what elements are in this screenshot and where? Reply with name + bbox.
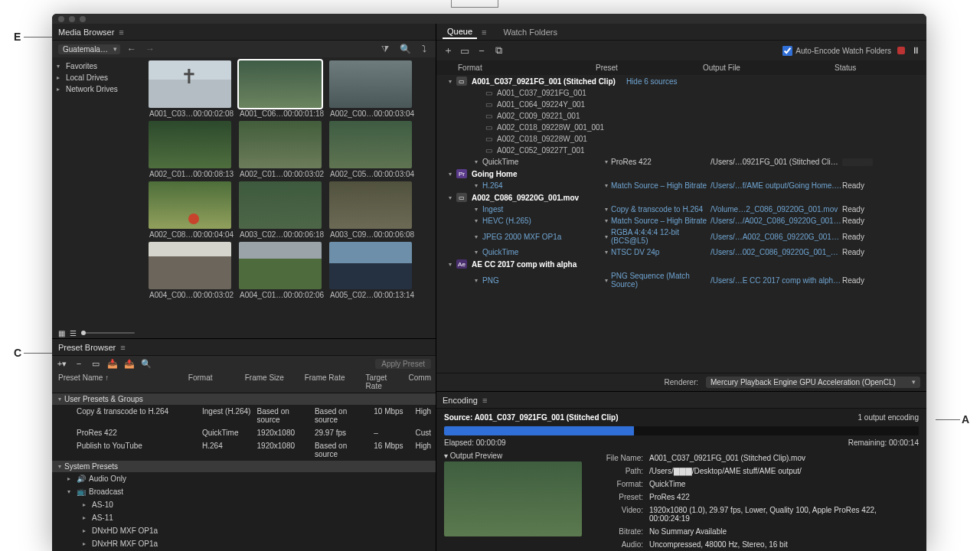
tree-network-drives[interactable]: ▸Network Drives [57,83,141,95]
preset-search-icon[interactable]: 🔍 [141,359,152,369]
export-preset-icon[interactable]: 📤 [124,359,135,369]
queue-output-format[interactable]: PNG [482,276,605,285]
preset-sys-item[interactable]: ▸DNxHD MXF OP1a [52,524,436,537]
queue-source-row[interactable]: ▭A002_C052_09227T_001 [449,145,926,156]
queue-source-row[interactable]: ▭A002_C018_09228W_001_001 [449,122,926,133]
queue-output-format[interactable]: Ingest [482,205,605,214]
preset-group-user[interactable]: ▾ User Presets & Groups [52,393,436,405]
queue-output-file[interactable]: /Users/…E CC 2017 comp with alpha.png [710,276,842,285]
media-thumb[interactable]: A003_C09…00:00:06:08 [329,181,412,239]
zoom-dot[interactable] [80,16,86,22]
list-view-icon[interactable]: ☰ [70,329,77,337]
apply-preset-button[interactable]: Apply Preset [375,359,431,369]
filter-icon[interactable]: ⧩ [378,44,392,54]
queue-source-row[interactable]: ▭A001_C037_0921FG_001 [449,87,926,99]
queue-output-row[interactable]: ▾PNG▾PNG Sequence (Match Source)/Users/…… [449,270,926,290]
queue-output-row[interactable]: ▾QuickTime▾ProRes 422/Users/…0921FG_001 … [449,156,926,168]
queue-item-header[interactable]: ▾PrGoing Home [449,168,926,180]
ingest-icon[interactable]: ⤵ [419,44,430,54]
queue-output-preset[interactable]: RGBA 4:4:4:4 12-bit (BCS@L5) [611,228,710,245]
queue-output-format[interactable]: JPEG 2000 MXF OP1a [482,233,605,241]
nav-forward-icon[interactable]: → [143,44,157,54]
queue-output-format[interactable]: QuickTime [482,158,605,166]
preset-sys-item[interactable]: ▸DNxHR MXF OP1a [52,537,436,550]
tree-favorites[interactable]: ▾Favorites [57,60,141,72]
queue-item-header[interactable]: ▾▭A002_C086_09220G_001.mov [449,191,926,204]
queue-output-row[interactable]: ▾Ingest▾Copy & transcode to H.264/Volume… [449,204,926,215]
output-preview-label[interactable]: ▾ Output Preview [444,452,582,460]
preset-settings-icon[interactable]: ▭ [90,359,101,369]
media-thumb[interactable]: A002_C00…00:00:03:04 [329,60,412,118]
queue-item-header[interactable]: ▾▭A001_C037_0921FG_001 (Stitched Clip)Hi… [449,75,926,87]
queue-output-preset[interactable]: Match Source – High Bitrate [611,217,707,225]
queue-output-file[interactable]: /Volume…2_C086_09220G_001.mov [710,205,842,214]
thumb-size-slider[interactable] [81,332,135,334]
media-thumb[interactable]: A001_C06…00:00:01:18 [239,60,322,118]
duplicate-icon[interactable]: ⧉ [493,44,504,57]
queue-output-preset[interactable]: Copy & transcode to H.264 [611,205,703,214]
media-thumb[interactable]: A002_C01…00:00:08:13 [149,121,231,178]
queue-output-row[interactable]: ▾JPEG 2000 MXF OP1a▾RGBA 4:4:4:4 12-bit … [449,227,926,246]
queue-source-row[interactable]: ▭A002_C009_09221_001 [449,110,926,122]
media-thumb[interactable]: A005_C02…00:00:13:14 [329,242,412,299]
minimize-dot[interactable] [69,16,75,22]
add-source-icon[interactable]: ＋ [443,44,453,57]
preset-row[interactable]: Copy & transcode to H.264Ingest (H.264)B… [52,405,436,426]
queue-output-row[interactable]: ▾QuickTime▾NTSC DV 24p/Users/…002_C086_0… [449,246,926,258]
queue-output-preset[interactable]: Match Source – High Bitrate [611,181,707,190]
queue-source-row[interactable]: ▭A001_C064_09224Y_001 [449,99,926,110]
import-preset-icon[interactable]: 📥 [107,359,118,369]
preset-group-system[interactable]: ▾ System Presets [52,461,436,472]
media-thumb[interactable]: A001_C03…00:00:02:08 [149,60,231,118]
nav-back-icon[interactable]: ← [125,44,139,54]
media-thumb[interactable]: A002_C05…00:00:03:04 [329,121,412,178]
tab-queue[interactable]: Queue [443,25,477,39]
media-thumb[interactable]: A004_C01…00:00:02:06 [239,242,322,299]
queue-output-file[interactable]: /Users/…f/AME output/Going Home.mp4 [710,181,842,190]
panel-menu-icon[interactable]: ≡ [482,28,486,37]
location-dropdown[interactable]: Guatemala… [58,44,120,54]
renderer-dropdown[interactable]: Mercury Playback Engine GPU Acceleration… [706,377,920,388]
auto-encode-checkbox[interactable]: Auto-Encode Watch Folders [782,46,891,56]
queue-source-row[interactable]: ▭A002_C018_09228W_001 [449,133,926,145]
media-thumb[interactable]: A002_C01…00:00:03:02 [239,121,322,178]
add-output-icon[interactable]: ▭ [459,45,470,57]
queue-output-file[interactable]: /Users/…002_C086_09220G_001_2.mov [710,248,842,256]
preset-row[interactable]: Publish to YouTubeH.2641920x1080Based on… [52,439,436,461]
media-thumb[interactable]: A003_C02…00:00:06:18 [239,181,322,239]
queue-output-preset[interactable]: ProRes 422 [611,158,652,166]
preset-audio-only[interactable]: ▸🔊 Audio Only [52,472,436,485]
close-dot[interactable] [58,16,64,22]
tab-watch-folders[interactable]: Watch Folders [498,26,562,38]
thumb-view-icon[interactable]: ▦ [58,329,65,337]
delete-preset-icon[interactable]: − [74,359,84,368]
queue-output-row[interactable]: ▾HEVC (H.265)▾Match Source – High Bitrat… [449,215,926,227]
queue-output-format[interactable]: QuickTime [482,248,605,256]
preset-broadcast[interactable]: ▾📺 Broadcast [52,485,436,498]
search-icon[interactable]: 🔍 [397,44,414,54]
tree-local-drives[interactable]: ▸Local Drives [57,72,141,83]
queue-output-row[interactable]: ▾H.264▾Match Source – High Bitrate/Users… [449,180,926,191]
panel-menu-icon[interactable]: ≡ [119,28,123,37]
window-titlebar[interactable] [52,14,926,24]
panel-menu-icon[interactable]: ≡ [120,343,125,352]
queue-output-format[interactable]: H.264 [482,181,605,190]
queue-item-header[interactable]: ▾AeAE CC 2017 comp with alpha [449,258,926,270]
queue-output-file[interactable]: /Users/…/A002_C086_09220G_001.mp4 [710,217,842,225]
queue-output-preset[interactable]: PNG Sequence (Match Source) [611,272,710,289]
preset-sys-item[interactable]: ▸AS-10 [52,498,436,511]
queue-output-file[interactable]: /Users/…0921FG_001 (Stitched Clip).mov [710,158,842,166]
queue-output-format[interactable]: HEVC (H.265) [482,217,605,225]
queue-output-preset[interactable]: NTSC DV 24p [611,248,659,256]
preset-sys-item[interactable]: ▸AS-11 [52,511,436,524]
hide-sources-link[interactable]: Hide 6 sources [626,77,678,86]
queue-output-file[interactable]: /Users/…A002_C086_09220G_001_1.mxf [710,233,842,241]
media-thumb[interactable]: A004_C00…00:00:03:02 [149,242,231,299]
media-thumb[interactable]: A002_C08…00:00:04:04 [149,181,231,239]
new-preset-icon[interactable]: +▾ [57,359,67,369]
panel-menu-icon[interactable]: ≡ [482,396,487,405]
stop-button[interactable] [897,47,905,54]
preset-row[interactable]: ProRes 422QuickTime1920x108029.97 fps–Cu… [52,426,436,439]
pause-button[interactable]: ⏸ [911,45,920,56]
remove-icon[interactable]: − [476,45,487,57]
